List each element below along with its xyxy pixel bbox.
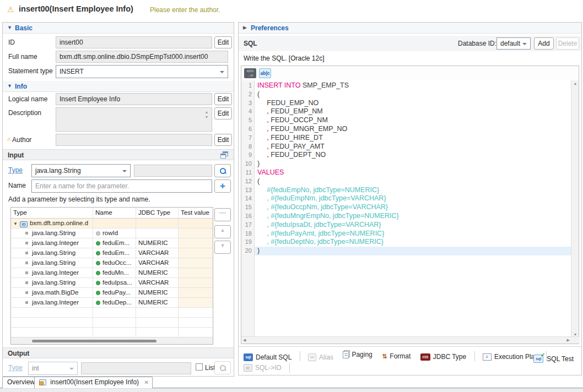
input-name-field[interactable] — [31, 179, 212, 193]
sql-line[interactable]: 4 , FEDU_EMP_NM — [241, 107, 571, 116]
param-name-cell[interactable]: feduEm... — [93, 238, 136, 248]
param-jdbc-cell[interactable] — [136, 228, 179, 238]
tree-root-cell[interactable]: ▼IObxm.dft.smp.online.d — [11, 219, 93, 228]
sql-to-io-button[interactable]: IOSQL->IO — [244, 362, 282, 373]
table-row[interactable]: java.math.BigDefeduPay...NUMERIC — [11, 288, 213, 298]
table-row[interactable]: java.lang.IntegerfeduDep...NUMERIC — [11, 298, 213, 308]
sql-line[interactable]: 9 , FEDU_DEPT_NO — [241, 151, 571, 160]
restore-panel-icon[interactable] — [220, 151, 228, 159]
param-type-cell[interactable]: java.lang.String — [11, 278, 93, 288]
param-name-cell[interactable]: feduDep... — [93, 298, 136, 308]
table-row[interactable]: java.lang.StringfeduIpsa...VARCHAR — [11, 278, 213, 288]
description-edit-button[interactable]: Edit — [214, 107, 232, 119]
default-sql-button[interactable]: sqlDefault SQL — [244, 352, 292, 363]
param-name-cell[interactable]: feduOcc... — [93, 258, 136, 268]
execution-plan-button[interactable]: ≡Execution Plan — [483, 351, 538, 362]
section-basic-header[interactable]: ▼ Basic — [3, 23, 234, 34]
scroll-left-icon[interactable]: ◀ — [243, 338, 246, 342]
table-row[interactable]: java.lang.IntegerfeduEm...NUMERIC — [11, 238, 213, 248]
list-checkbox[interactable] — [196, 363, 203, 371]
param-type-cell[interactable]: java.lang.Integer — [11, 298, 93, 308]
sql-line[interactable]: 1INSERT INTO SMP_EMP_TS — [241, 81, 571, 90]
add-parameter-button[interactable]: + — [214, 179, 231, 193]
database-delete-button[interactable]: Delete — [556, 37, 579, 50]
tab-insert00[interactable]: insert00(Insert Employee Info) ✕ — [34, 377, 153, 388]
text-mode-icon[interactable]: ab|c — [259, 68, 271, 78]
paging-button[interactable]: Paging — [343, 349, 372, 360]
description-field[interactable] — [56, 107, 212, 132]
param-testvalue-cell[interactable] — [179, 278, 213, 288]
param-jdbc-cell[interactable]: VARCHAR — [136, 248, 179, 258]
sql-line[interactable]: 7 , FEDU_HIRE_DT — [241, 134, 571, 143]
section-preferences-header[interactable]: ▶ Preferences — [239, 23, 581, 34]
param-name-cell[interactable]: feduMn... — [93, 268, 136, 278]
sql-line[interactable]: 12( — [241, 177, 571, 186]
param-jdbc-cell[interactable]: VARCHAR — [136, 258, 179, 268]
param-name-cell[interactable]: feduEm... — [93, 248, 136, 258]
id-edit-button[interactable]: Edit — [214, 36, 232, 48]
format-button[interactable]: ⇅Format — [382, 351, 411, 362]
column-header-jdbc[interactable]: JDBC Type — [136, 208, 179, 219]
scroll-right-icon[interactable]: ▶ — [567, 338, 570, 342]
table-row[interactable]: java.lang.StringrowId — [11, 228, 213, 238]
author-field[interactable] — [56, 134, 212, 146]
tree-expander-icon[interactable]: ▼ — [13, 219, 18, 228]
column-header-name[interactable]: Name — [93, 208, 136, 219]
sql-line[interactable]: 5 , FEDU_OCCP_NM — [241, 116, 571, 125]
full-name-field[interactable]: bxm.dft.smp.online.dbio.DSmpEmpTst000.in… — [56, 51, 228, 63]
output-type-field[interactable] — [81, 362, 191, 374]
sql-line[interactable]: 17 , #{feduIpsaDt, jdbcType=VARCHAR} — [241, 221, 571, 230]
table-row[interactable]: java.lang.StringfeduEm...VARCHAR — [11, 248, 213, 258]
sql-line[interactable]: 8 , FEDU_PAY_AMT — [241, 143, 571, 151]
input-type-search-button[interactable] — [214, 164, 231, 177]
param-jdbc-cell[interactable]: NUMERIC — [136, 288, 179, 298]
param-type-cell[interactable]: java.lang.Integer — [11, 268, 93, 278]
database-add-button[interactable]: Add — [534, 37, 554, 50]
id-field[interactable]: insert00 — [56, 36, 212, 48]
scrollbar-thumb[interactable] — [32, 340, 156, 342]
scroll-arrows-icon[interactable]: ▲▼ — [203, 110, 210, 119]
sql-line[interactable]: 18 , #{feduPayAmt, jdbcType=NUMERIC} — [241, 230, 571, 238]
output-type-link[interactable]: Type — [8, 364, 23, 372]
logical-name-edit-button[interactable]: Edit — [214, 93, 232, 105]
param-type-cell[interactable]: java.lang.String — [11, 258, 93, 268]
author-edit-button[interactable]: Edit — [214, 134, 232, 146]
statement-type-select[interactable]: INSERT — [56, 65, 228, 78]
param-name-cell[interactable]: feduPay... — [93, 288, 136, 298]
sql-line[interactable]: 14 , #{feduEmpNm, jdbcType=VARCHAR} — [241, 194, 571, 203]
sql-line[interactable]: 10) — [241, 160, 571, 168]
param-testvalue-cell[interactable] — [179, 258, 213, 268]
table-horizontal-scrollbar[interactable] — [11, 337, 213, 344]
database-id-select[interactable]: default — [496, 37, 531, 50]
column-header-testvalue[interactable]: Test value — [179, 208, 213, 219]
sql-line[interactable]: 15 , #{feduOccpNm, jdbcType=VARCHAR} — [241, 203, 571, 212]
section-info-header[interactable]: ▼ Info — [3, 81, 234, 92]
table-row-root[interactable]: ▼IObxm.dft.smp.online.d — [11, 219, 213, 228]
param-type-cell[interactable]: java.math.BigDe — [11, 288, 93, 298]
sql-test-button[interactable]: sqlSQL Test — [533, 355, 574, 363]
output-search-button[interactable] — [214, 361, 231, 374]
horizontal-scrollbar[interactable]: ◀ ▶ — [241, 336, 580, 344]
param-type-cell[interactable]: java.lang.String — [11, 248, 93, 258]
move-up-button[interactable]: ▲ — [214, 225, 231, 238]
vertical-scrollbar[interactable]: ▲ ▼ — [571, 80, 579, 337]
scroll-down-icon[interactable]: ▼ — [571, 333, 579, 336]
sql-line[interactable]: 19 , #{feduDeptNo, jdbcType=NUMERIC} — [241, 238, 571, 247]
sql-line[interactable]: 13 #{feduEmpNo, jdbcType=NUMERIC} — [241, 186, 571, 195]
param-type-cell[interactable]: java.lang.String — [11, 228, 93, 238]
param-name-cell[interactable]: feduIpsa... — [93, 278, 136, 288]
logical-name-field[interactable]: Insert Employee Info — [56, 93, 212, 105]
jdbc-type-button[interactable]: #09JDBC Type — [420, 351, 466, 362]
param-testvalue-cell[interactable] — [179, 288, 213, 298]
alias-button[interactable]: 'w'Alias — [308, 352, 333, 363]
scroll-up-icon[interactable]: ▲ — [571, 81, 579, 85]
input-type-search-field[interactable] — [134, 165, 212, 177]
param-jdbc-cell[interactable]: NUMERIC — [136, 268, 179, 278]
move-down-button[interactable]: ▼ — [214, 241, 231, 254]
table-row[interactable]: java.lang.StringfeduOcc...VARCHAR — [11, 258, 213, 268]
sql-line[interactable]: 20) — [241, 247, 571, 255]
param-testvalue-cell[interactable] — [179, 268, 213, 278]
sql-line[interactable]: 11VALUES — [241, 168, 571, 177]
sql-line[interactable]: 6 , FEDU_MNGR_EMP_NO — [241, 125, 571, 134]
sql-line[interactable]: 3 FEDU_EMP_NO — [241, 99, 571, 108]
